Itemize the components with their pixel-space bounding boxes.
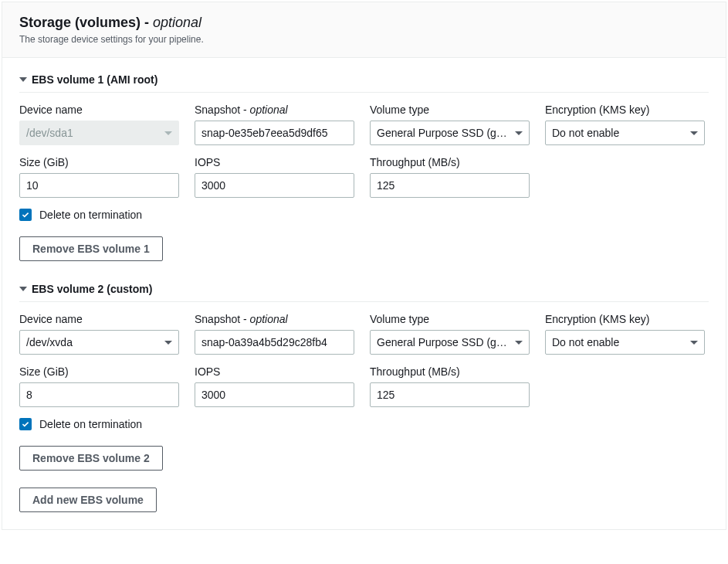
label-snapshot: Snapshot - optional — [195, 104, 354, 116]
label-snapshot: Snapshot - optional — [195, 313, 354, 325]
field-encryption: Encryption (KMS key) Do not enable — [545, 104, 705, 145]
chevron-down-icon — [515, 341, 523, 345]
volume-1-row-2: Size (GiB) IOPS Throughput (MB/s) — [19, 156, 709, 198]
field-throughput: Throughput (MB/s) — [370, 365, 530, 407]
device-name-select: /dev/sda1 — [19, 121, 179, 145]
panel-body: EBS volume 1 (AMI root) Device name /dev… — [2, 58, 726, 529]
size-input[interactable] — [19, 173, 179, 198]
field-encryption: Encryption (KMS key) Do not enable — [545, 313, 705, 355]
chevron-down-icon — [164, 131, 172, 135]
snapshot-input[interactable] — [195, 121, 354, 145]
field-throughput: Throughput (MB/s) — [370, 156, 530, 198]
volume-block-2: EBS volume 2 (custom) Device name /dev/x… — [19, 278, 709, 488]
label-device-name: Device name — [19, 104, 179, 116]
device-name-value: /dev/sda1 — [26, 127, 158, 139]
volume-2-row-2: Size (GiB) IOPS Throughput (MB/s) — [19, 365, 709, 407]
throughput-input[interactable] — [370, 382, 530, 407]
label-device-name: Device name — [19, 313, 179, 325]
encryption-value: Do not enable — [552, 336, 684, 348]
chevron-down-icon — [515, 131, 523, 135]
device-name-value: /dev/xvda — [26, 336, 158, 348]
device-name-select[interactable]: /dev/xvda — [19, 330, 179, 355]
remove-volume-2-button[interactable]: Remove EBS volume 2 — [19, 446, 163, 471]
chevron-down-icon — [690, 131, 698, 135]
volume-type-select[interactable]: General Purpose SSD (g… — [370, 330, 530, 355]
delete-on-termination-checkbox[interactable] — [19, 418, 32, 430]
encryption-value: Do not enable — [552, 127, 684, 139]
chevron-down-icon — [164, 341, 172, 345]
volume-block-1: EBS volume 1 (AMI root) Device name /dev… — [19, 69, 709, 278]
encryption-select[interactable]: Do not enable — [545, 330, 705, 355]
panel-subtitle: The storage device settings for your pip… — [19, 34, 709, 45]
add-volume-button[interactable]: Add new EBS volume — [19, 488, 157, 512]
encryption-select[interactable]: Do not enable — [545, 121, 705, 145]
label-size: Size (GiB) — [19, 365, 179, 378]
volume-2-header[interactable]: EBS volume 2 (custom) — [19, 278, 709, 302]
field-size: Size (GiB) — [19, 156, 179, 198]
delete-on-termination-label: Delete on termination — [39, 209, 142, 221]
panel-title: Storage (volumes) - optional — [19, 15, 709, 31]
field-size: Size (GiB) — [19, 365, 179, 407]
label-encryption: Encryption (KMS key) — [545, 104, 705, 116]
label-volume-type: Volume type — [370, 313, 530, 325]
label-iops: IOPS — [195, 365, 354, 378]
label-encryption: Encryption (KMS key) — [545, 313, 705, 325]
label-throughput: Throughput (MB/s) — [370, 156, 530, 168]
field-snapshot: Snapshot - optional — [195, 104, 354, 145]
delete-on-termination-row: Delete on termination — [19, 209, 709, 221]
storage-volumes-panel: Storage (volumes) - optional The storage… — [2, 2, 726, 530]
field-volume-type: Volume type General Purpose SSD (g… — [370, 104, 530, 145]
field-volume-type: Volume type General Purpose SSD (g… — [370, 313, 530, 355]
volume-1-header[interactable]: EBS volume 1 (AMI root) — [19, 69, 709, 93]
check-icon — [22, 421, 29, 427]
size-input[interactable] — [19, 382, 179, 407]
field-iops: IOPS — [195, 365, 354, 407]
volume-1-title: EBS volume 1 (AMI root) — [32, 73, 157, 86]
field-device-name: Device name /dev/xvda — [19, 313, 179, 355]
field-iops: IOPS — [195, 156, 354, 198]
iops-input[interactable] — [195, 382, 354, 407]
chevron-down-icon — [690, 341, 698, 345]
volume-2-row-1: Device name /dev/xvda Snapshot - optiona… — [19, 313, 709, 355]
delete-on-termination-checkbox[interactable] — [19, 209, 32, 221]
volume-type-value: General Purpose SSD (g… — [377, 127, 509, 139]
volume-2-title: EBS volume 2 (custom) — [32, 283, 152, 295]
caret-down-icon — [19, 287, 27, 291]
panel-header: Storage (volumes) - optional The storage… — [2, 2, 726, 58]
label-volume-type: Volume type — [370, 104, 530, 116]
field-snapshot: Snapshot - optional — [195, 313, 354, 355]
panel-title-main: Storage (volumes) - — [19, 15, 153, 30]
check-icon — [22, 212, 29, 218]
delete-on-termination-label: Delete on termination — [39, 418, 142, 430]
caret-down-icon — [19, 77, 27, 82]
delete-on-termination-row: Delete on termination — [19, 418, 709, 430]
volume-type-value: General Purpose SSD (g… — [377, 336, 509, 348]
remove-volume-1-button[interactable]: Remove EBS volume 1 — [19, 236, 163, 261]
panel-title-optional: optional — [153, 15, 201, 30]
label-iops: IOPS — [195, 156, 354, 168]
iops-input[interactable] — [195, 173, 354, 198]
volume-1-row-1: Device name /dev/sda1 Snapshot - optiona… — [19, 104, 709, 145]
field-device-name: Device name /dev/sda1 — [19, 104, 179, 145]
throughput-input[interactable] — [370, 173, 530, 198]
volume-type-select[interactable]: General Purpose SSD (g… — [370, 121, 530, 145]
snapshot-input[interactable] — [195, 330, 354, 355]
label-throughput: Throughput (MB/s) — [370, 365, 530, 378]
label-size: Size (GiB) — [19, 156, 179, 168]
